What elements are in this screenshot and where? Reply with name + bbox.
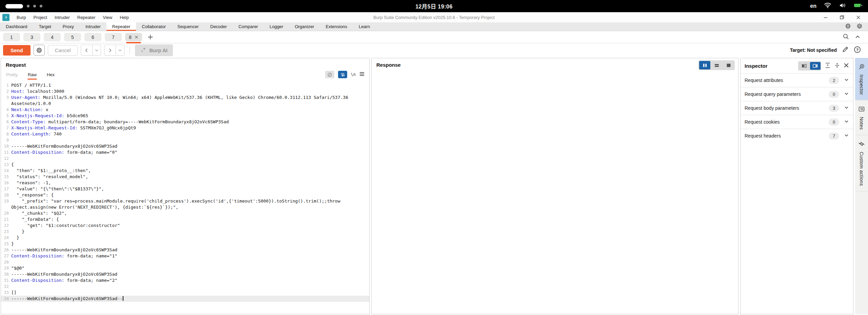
request-tab-raw[interactable]: Raw — [27, 69, 37, 80]
workspace-dot[interactable] — [40, 5, 42, 7]
newline-glyph[interactable]: \n — [351, 72, 356, 77]
chevron-down-icon[interactable] — [844, 91, 849, 97]
volume-icon[interactable] — [839, 2, 846, 10]
chevron-down-icon[interactable] — [844, 119, 849, 125]
repeater-tab-6[interactable]: 6 — [84, 33, 101, 41]
repeater-tab-1[interactable]: 1 — [3, 33, 20, 41]
layout-single-icon[interactable] — [723, 61, 734, 69]
repeater-tab-5[interactable]: 5 — [64, 33, 81, 41]
search-icon[interactable] — [843, 33, 849, 41]
restore-icon[interactable] — [839, 14, 845, 20]
tab-repeater[interactable]: Repeater — [106, 22, 136, 31]
strip-tab-custom-actions[interactable]: Custom actions — [855, 135, 868, 191]
tab-dashboard[interactable]: Dashboard — [0, 22, 33, 31]
minimize-icon[interactable] — [823, 14, 829, 20]
menu-repeater[interactable]: Repeater — [74, 13, 99, 22]
clock[interactable]: 12月5日 19:06 — [415, 2, 453, 10]
strip-tab-inspector[interactable]: Inspector — [855, 58, 868, 100]
workspace-pill[interactable] — [5, 4, 23, 8]
repeater-tab-4[interactable]: 4 — [44, 33, 61, 41]
layout-rows-icon[interactable] — [711, 61, 722, 69]
tab-target[interactable]: Target — [33, 22, 57, 31]
text-segment: Mozilla/5.0 (Windows NT 10.0; Win64; x64… — [11, 95, 351, 106]
close-icon[interactable] — [844, 63, 849, 69]
tab-extensions[interactable]: Extensions — [320, 22, 353, 31]
expand-all-icon[interactable] — [834, 62, 840, 70]
chevron-down-icon[interactable] — [844, 77, 849, 83]
inspector-section-request-body-parameters[interactable]: Request body parameters3 — [741, 101, 853, 115]
new-tab-button[interactable] — [147, 34, 153, 40]
line-content — [11, 284, 361, 290]
burp-ai-button[interactable]: Burp AI — [135, 44, 173, 56]
pencil-icon[interactable] — [842, 46, 849, 54]
line-number: 34 — [1, 296, 11, 302]
chevron-down-icon[interactable] — [844, 105, 849, 111]
gear-icon[interactable] — [856, 23, 863, 30]
back-dropdown-button[interactable] — [93, 45, 101, 56]
dock-right-icon[interactable] — [810, 62, 821, 70]
tab-decoder[interactable]: Decoder — [204, 22, 233, 31]
nonprintables-icon[interactable] — [338, 71, 347, 78]
header-name: Content-Disposition: — [11, 150, 64, 155]
chevron-up-icon[interactable] — [855, 34, 860, 40]
workspace-dot[interactable] — [27, 5, 29, 7]
highlight-off-icon[interactable] — [325, 71, 334, 78]
request-tab-pretty[interactable]: Pretty — [6, 69, 18, 80]
collapse-all-icon[interactable] — [825, 62, 831, 70]
wifi-icon[interactable] — [824, 2, 831, 10]
menu-burp[interactable]: Burp — [13, 13, 29, 22]
request-editor[interactable]: 1POST / HTTP/1.12Host: localhost:30003Us… — [1, 81, 369, 314]
forward-dropdown-button[interactable] — [116, 45, 124, 56]
workspace-dot[interactable] — [33, 5, 36, 7]
send-button[interactable]: Send — [3, 45, 31, 56]
tab-proxy[interactable]: Proxy — [57, 22, 80, 31]
layout-columns-icon[interactable] — [699, 61, 710, 69]
editor-line: 9 — [1, 137, 369, 143]
menu-intruder[interactable]: Intruder — [51, 13, 74, 22]
editor-line: 4Next-Action: x — [1, 107, 369, 113]
tab-sequencer[interactable]: Sequencer — [172, 22, 204, 31]
request-tab-hex[interactable]: Hex — [46, 69, 55, 80]
text-cursor — [123, 296, 123, 301]
inspector-section-request-query-parameters[interactable]: Request query parameters0 — [741, 87, 853, 101]
strip-tab-label: Notes — [859, 117, 864, 130]
line-number: 28 — [1, 259, 11, 265]
strip-tab-notes[interactable]: Notes — [855, 100, 868, 135]
inspector-section-request-headers[interactable]: Request headers7 — [741, 129, 853, 143]
close-icon[interactable] — [855, 14, 861, 20]
cancel-button[interactable]: Cancel — [48, 45, 78, 56]
battery-icon[interactable] — [854, 3, 863, 9]
keyboard-layout-indicator[interactable]: en — [810, 3, 816, 9]
repeater-tab-3[interactable]: 3 — [23, 33, 40, 41]
menu-view[interactable]: View — [99, 13, 116, 22]
close-tab-icon[interactable] — [135, 35, 138, 40]
dock-left-icon[interactable] — [799, 62, 809, 70]
menu-help[interactable]: Help — [116, 13, 133, 22]
tab-comparer[interactable]: Comparer — [233, 22, 264, 31]
menu-icon[interactable] — [359, 72, 364, 77]
repeater-tab-7[interactable]: 7 — [105, 33, 122, 41]
tab-collaborator[interactable]: Collaborator — [136, 22, 172, 31]
chevron-down-icon[interactable] — [844, 133, 849, 139]
forward-button[interactable] — [104, 45, 116, 56]
tab-learn[interactable]: Learn — [353, 22, 376, 31]
menu-project[interactable]: Project — [29, 13, 51, 22]
back-button[interactable] — [81, 45, 93, 56]
send-settings-button[interactable] — [34, 45, 45, 56]
line-number: 32 — [1, 284, 11, 290]
tab-organizer[interactable]: Organizer — [289, 22, 320, 31]
globe-icon[interactable] — [845, 23, 851, 30]
text-segment: "_chunks": "$Q2", — [11, 211, 67, 216]
text-segment: form-data; name="1" — [64, 253, 118, 258]
tab-logger[interactable]: Logger — [264, 22, 289, 31]
line-content: ------WebKitFormBoundaryx8jO2oVc6SWP3Sad — [11, 271, 361, 277]
system-tray[interactable]: en — [810, 2, 863, 10]
inspector-section-request-attributes[interactable]: Request attributes2 — [741, 73, 853, 87]
line-content: Content-Length: 740 — [11, 131, 361, 137]
tab-intruder[interactable]: Intruder — [80, 22, 106, 31]
help-icon[interactable]: ? — [854, 46, 861, 55]
response-body-empty[interactable] — [372, 70, 738, 314]
inspector-section-request-cookies[interactable]: Request cookies0 — [741, 115, 853, 129]
repeater-tab-8[interactable]: 8 — [125, 33, 142, 41]
workspace-indicator[interactable] — [5, 4, 42, 8]
